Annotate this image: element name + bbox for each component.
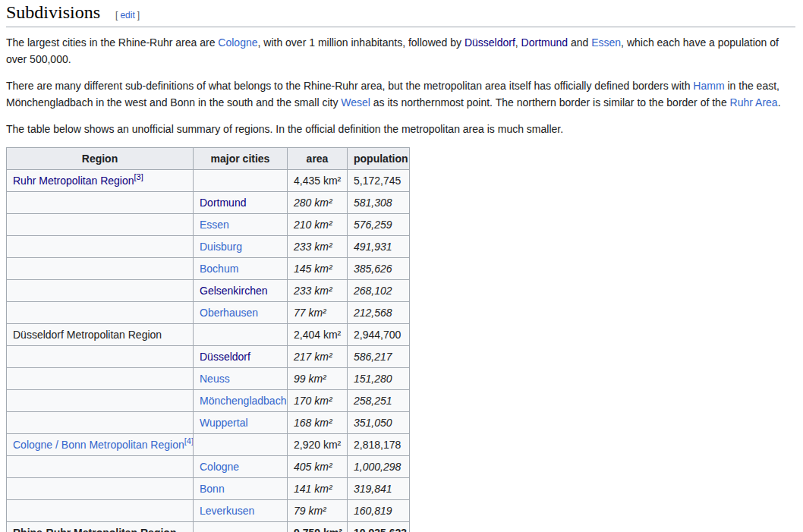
column-header-population: population xyxy=(348,148,410,170)
leverkusen-link[interactable]: Leverkusen xyxy=(200,505,254,517)
cell-text: 2,818,178 xyxy=(354,439,401,451)
cell-text: 2,920 km² xyxy=(294,439,341,451)
article-content: Subdivisions [edit] The largest cities i… xyxy=(0,0,803,532)
cell-text: 1,000,298 xyxy=(354,461,401,473)
table-row-city: Leverkusen79 km²160,819 xyxy=(7,500,410,522)
cell-text: 5,172,745 xyxy=(354,175,401,187)
cell-text: Düsseldorf Metropolitan Region xyxy=(13,329,162,341)
region-cell: Cologne / Bonn Metropolitan Region[4] xyxy=(7,434,194,456)
city-cell: Gelsenkirchen xyxy=(194,280,288,302)
wesel-link[interactable]: Wesel xyxy=(341,96,370,109)
paragraph-1: The largest cities in the Rhine-Ruhr are… xyxy=(6,34,795,68)
city-cell: Wuppertal xyxy=(194,412,288,434)
cell-text: 233 km² xyxy=(294,285,332,297)
footnote-link[interactable]: [4] xyxy=(184,436,194,445)
city-cell xyxy=(194,434,288,456)
neuss-link[interactable]: Neuss xyxy=(200,373,230,385)
city-cell xyxy=(194,170,288,192)
region-cell: Rhine-Ruhr Metropolitan Region xyxy=(7,522,194,532)
essen-link[interactable]: Essen xyxy=(591,36,621,49)
cell-text: 491,931 xyxy=(354,241,392,253)
m-nchengladbach-link[interactable]: Mönchengladbach xyxy=(200,395,286,407)
oberhausen-link[interactable]: Oberhausen xyxy=(200,307,258,319)
cologne-link[interactable]: Cologne xyxy=(200,461,239,473)
dortmund-link[interactable]: Dortmund xyxy=(200,197,246,209)
city-cell: Düsseldorf xyxy=(194,346,288,368)
footnote-reference: [3] xyxy=(134,172,143,181)
cell-text: 141 km² xyxy=(294,483,332,495)
population-cell: 5,172,745 xyxy=(348,170,410,192)
area-cell: 99 km² xyxy=(288,368,348,390)
edit-link[interactable]: edit xyxy=(120,10,134,20)
area-cell: 141 km² xyxy=(288,478,348,500)
cell-text: 280 km² xyxy=(294,197,332,209)
table-row-city: Mönchengladbach170 km²258,251 xyxy=(7,390,410,412)
cell-text: 405 km² xyxy=(294,461,332,473)
area-cell: 2,920 km² xyxy=(288,434,348,456)
bochum-link[interactable]: Bochum xyxy=(200,263,238,275)
gelsenkirchen-link[interactable]: Gelsenkirchen xyxy=(200,285,268,297)
ruhr-area-link[interactable]: Ruhr Area xyxy=(730,96,778,109)
paragraph-2: There are many different sub-definitions… xyxy=(6,77,795,111)
cell-text: 581,308 xyxy=(354,197,392,209)
cell-text: 576,259 xyxy=(354,219,392,231)
table-row-city: Neuss99 km²151,280 xyxy=(7,368,410,390)
population-cell: 576,259 xyxy=(348,214,410,236)
dortmund-link[interactable]: Dortmund xyxy=(521,36,568,49)
duisburg-link[interactable]: Duisburg xyxy=(200,241,242,253)
area-cell: 233 km² xyxy=(288,236,348,258)
text-segment: , xyxy=(515,36,521,49)
footnote-reference: [4] xyxy=(184,436,194,445)
column-header-region: Region xyxy=(7,148,194,170)
city-cell: Dortmund xyxy=(194,192,288,214)
population-cell: 2,818,178 xyxy=(348,434,410,456)
cell-text: 79 km² xyxy=(294,505,326,517)
table-row-city: Wuppertal168 km²351,050 xyxy=(7,412,410,434)
cologne-bonn-metropolitan-region-link[interactable]: Cologne / Bonn Metropolitan Region xyxy=(13,439,184,451)
region-cell xyxy=(7,478,194,500)
region-cell xyxy=(7,368,194,390)
table-row-region: Düsseldorf Metropolitan Region2,404 km²2… xyxy=(7,324,410,346)
population-cell: 351,050 xyxy=(348,412,410,434)
section-heading: Subdivisions [edit] xyxy=(6,0,795,27)
cell-text: 4,435 km² xyxy=(294,175,341,187)
area-cell: 280 km² xyxy=(288,192,348,214)
region-cell xyxy=(7,500,194,522)
essen-link[interactable]: Essen xyxy=(200,219,229,231)
cell-text: 319,841 xyxy=(354,483,392,495)
cell-text: Rhine-Ruhr Metropolitan Region xyxy=(13,527,176,532)
d-sseldorf-link[interactable]: Düsseldorf xyxy=(464,36,515,49)
table-row-region: Cologne / Bonn Metropolitan Region[4]2,9… xyxy=(7,434,410,456)
population-cell: 151,280 xyxy=(348,368,410,390)
cell-text: 351,050 xyxy=(354,417,392,429)
cell-text: 168 km² xyxy=(294,417,332,429)
area-cell: 4,435 km² xyxy=(288,170,348,192)
area-cell: 233 km² xyxy=(288,280,348,302)
city-cell: Essen xyxy=(194,214,288,236)
edit-bracket-close: ] xyxy=(137,10,140,20)
hamm-link[interactable]: Hamm xyxy=(693,80,724,92)
d-sseldorf-link[interactable]: Düsseldorf xyxy=(200,351,250,363)
cell-text: 217 km² xyxy=(294,351,332,363)
cell-text: 10,935,623 xyxy=(354,527,407,532)
cell-text: 145 km² xyxy=(294,263,332,275)
region-cell xyxy=(7,192,194,214)
ruhr-metropolitan-region-link[interactable]: Ruhr Metropolitan Region xyxy=(13,175,134,187)
region-cell xyxy=(7,456,194,478)
population-cell: 1,000,298 xyxy=(348,456,410,478)
bonn-link[interactable]: Bonn xyxy=(200,483,225,495)
city-cell xyxy=(194,324,288,346)
population-cell: 385,626 xyxy=(348,258,410,280)
region-cell: Düsseldorf Metropolitan Region xyxy=(7,324,194,346)
region-cell xyxy=(7,302,194,324)
cell-text: 151,280 xyxy=(354,373,392,385)
regions-table: Regionmajor citiesareapopulation Ruhr Me… xyxy=(6,147,410,532)
table-row-city: Gelsenkirchen233 km²268,102 xyxy=(7,280,410,302)
wuppertal-link[interactable]: Wuppertal xyxy=(200,417,248,429)
region-cell: Ruhr Metropolitan Region[3] xyxy=(7,170,194,192)
cologne-link[interactable]: Cologne xyxy=(218,36,257,49)
cell-text: 586,217 xyxy=(354,351,392,363)
paragraph-3: The table below shows an unofficial summ… xyxy=(6,121,795,137)
footnote-link[interactable]: [3] xyxy=(134,172,143,181)
area-cell: 217 km² xyxy=(288,346,348,368)
